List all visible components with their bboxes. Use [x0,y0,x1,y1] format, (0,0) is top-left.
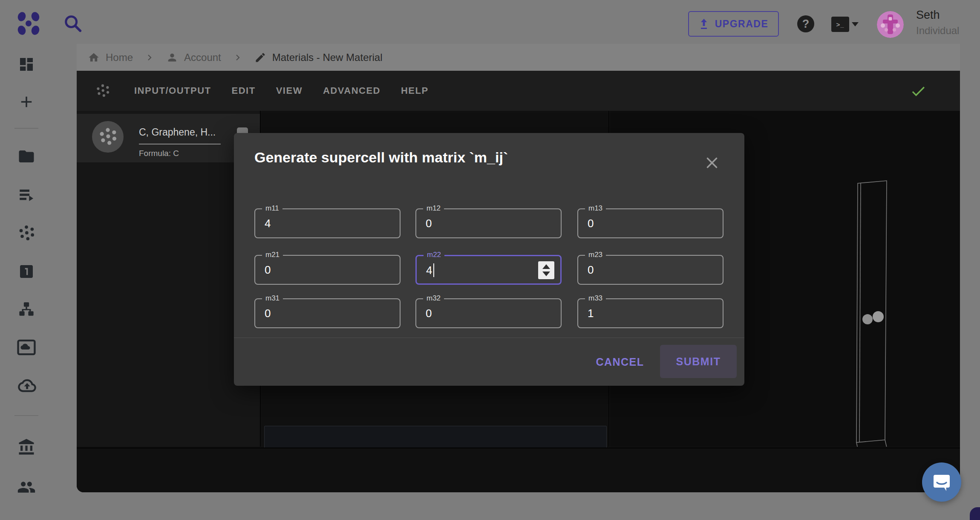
matrix-input-m12[interactable]: m12 0 [415,208,562,238]
chevron-right-icon [146,54,153,61]
cloud-upload-icon [17,377,36,394]
terminal-icon: >_ [831,17,849,32]
sidebar-item-dashboard[interactable] [16,54,37,75]
field-value: 0 [265,256,271,284]
submit-button[interactable]: SUBMIT [660,345,737,378]
material-title: C, Graphene, H... [139,127,216,138]
materials-list-panel: C, Graphene, H... Formula: C [77,111,261,447]
matrix-input-m11[interactable]: m11 4 [254,208,401,238]
breadcrumb-current-label: Materials - New Material [272,52,383,64]
matrix-input-m33[interactable]: m33 1 [577,298,723,328]
breadcrumb-account[interactable]: Account [166,52,221,64]
material-thumbnail [92,121,124,153]
matrix-input-m21[interactable]: m21 0 [254,255,401,285]
matrix-input-m13[interactable]: m13 0 [577,208,723,238]
help-glyph: ? [802,17,810,31]
material-cluster-icon [95,84,110,98]
sidebar-item-organization[interactable] [16,436,37,458]
cloud-image-icon [17,339,36,356]
app-root: UPGRADE ? >_ Seth Individual [0,0,980,520]
sidebar-item-media[interactable] [16,337,37,358]
spinner-down-icon[interactable] [542,272,550,276]
sidebar-item-jobs[interactable] [16,184,37,205]
material-formula: Formula: C [139,149,179,158]
workflow-tree-icon [17,300,35,318]
field-value: 0 [426,299,432,327]
person-icon [166,52,178,64]
chat-bubble-icon [931,471,952,493]
material-title-underline [139,144,221,144]
cancel-button-label: CANCEL [596,356,644,368]
menu-view[interactable]: VIEW [276,85,303,96]
chevron-right-icon [234,54,242,61]
help-button[interactable]: ? [797,15,814,32]
sidebar-item-default-material[interactable] [16,261,37,282]
mat3ra-logo-icon[interactable] [17,12,40,35]
delete-material-icon[interactable] [237,127,248,133]
sidebar-divider [14,128,38,129]
menu-edit[interactable]: EDIT [232,85,256,96]
supercell-dialog: Generate supercell with matrix `m_ij` m1… [234,133,744,386]
matrix-input-m22[interactable]: m22 4 [415,255,562,285]
jobs-list-icon [17,186,35,204]
bank-icon [17,438,35,456]
breadcrumb-current: Materials - New Material [254,52,383,64]
close-icon[interactable] [704,155,720,170]
field-value: 0 [426,209,432,237]
dialog-footer-divider [234,338,744,338]
breadcrumb-account-label: Account [184,52,221,64]
field-value: 1 [588,299,594,327]
field-value: 4 [265,209,271,237]
material-list-item[interactable]: C, Graphene, H... Formula: C [77,114,260,162]
top-bar: UPGRADE ? >_ Seth Individual [0,0,980,44]
sidebar-item-cloud-upload[interactable] [16,375,37,396]
folder-icon [17,147,35,165]
spinner-up-icon[interactable] [542,264,550,269]
sidebar-item-projects-folder[interactable] [16,146,37,167]
chevron-down-icon [852,22,859,26]
home-icon [88,52,100,64]
field-value: 0 [588,256,594,284]
sidebar-divider [14,415,38,416]
matrix-input-m31[interactable]: m31 0 [254,298,401,328]
pencil-icon [254,52,266,64]
field-value: 4 [426,256,434,284]
search-icon[interactable] [63,14,83,33]
matrix-input-m23[interactable]: m23 0 [577,255,723,285]
plus-icon [17,93,35,111]
dialog-title: Generate supercell with matrix `m_ij` [254,149,508,166]
field-value: 0 [588,209,594,237]
cancel-button[interactable]: CANCEL [590,348,650,376]
sidebar-item-create-new[interactable] [16,91,37,113]
user-avatar[interactable] [877,11,904,38]
canvas-footer-strip [77,448,960,492]
corner-widget [970,507,980,520]
dashboard-icon [18,56,35,73]
sidebar-item-workflows[interactable] [16,298,37,320]
upgrade-button[interactable]: UPGRADE [688,11,779,37]
upgrade-button-label: UPGRADE [715,18,769,30]
number-spinner[interactable] [538,261,554,279]
breadcrumb-home-label: Home [106,52,133,64]
user-name: Seth [916,9,940,22]
submit-button-label: SUBMIT [676,355,721,368]
breadcrumb: Home Account Materials - New Material [77,44,960,71]
sidebar-rail [0,44,52,520]
field-value: 0 [265,299,271,327]
menu-input-output[interactable]: INPUT/OUTPUT [134,85,211,96]
menu-advanced[interactable]: ADVANCED [323,85,380,96]
menu-help[interactable]: HELP [401,85,429,96]
save-check-icon[interactable] [910,83,927,100]
materials-dots-icon [18,225,35,242]
looks-one-icon [18,263,35,280]
upload-arrow-icon [699,18,709,29]
team-people-icon [17,478,36,497]
text-cursor [433,263,434,277]
breadcrumb-home[interactable]: Home [88,52,133,64]
user-plan: Individual [916,25,959,37]
sidebar-item-team[interactable] [16,477,37,498]
console-menu-button[interactable]: >_ [831,16,859,32]
chat-launcher-button[interactable] [922,462,961,502]
sidebar-item-materials[interactable] [16,222,37,244]
matrix-input-m32[interactable]: m32 0 [415,298,562,328]
